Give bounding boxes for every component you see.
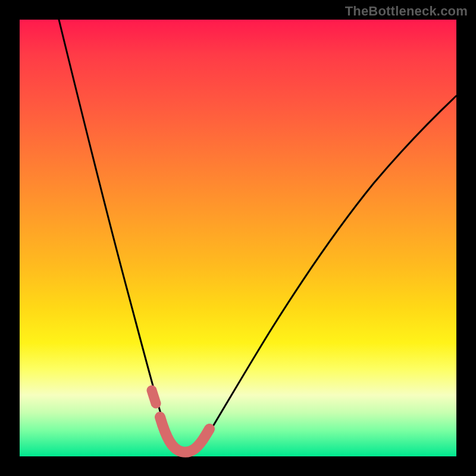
highlight-dash [152, 390, 156, 403]
curve-layer [20, 20, 456, 456]
watermark-text: TheBottleneck.com [345, 4, 468, 19]
highlight-bottom [160, 417, 209, 452]
chart-frame: TheBottleneck.com [0, 0, 476, 476]
bottleneck-curve [59, 20, 456, 452]
